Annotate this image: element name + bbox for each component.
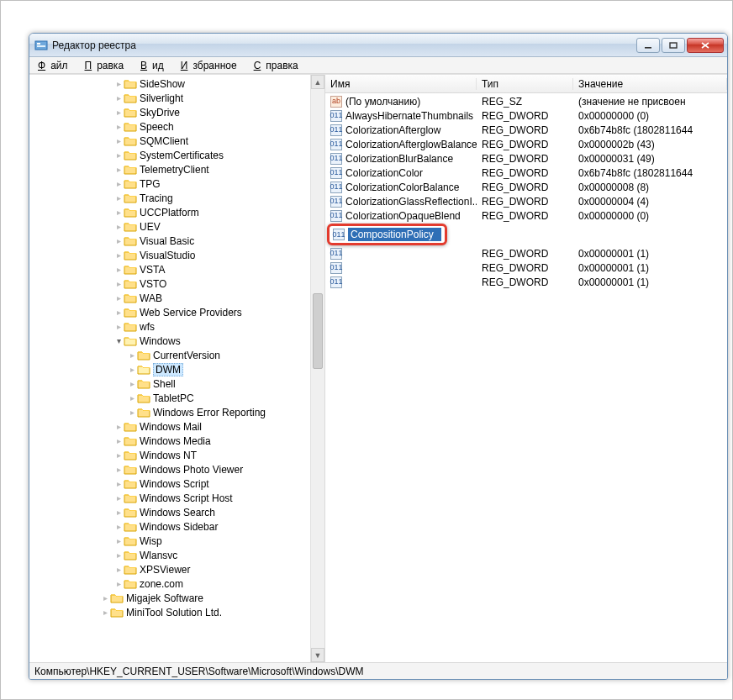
value-row[interactable]: ab(По умолчанию)REG_SZ(значение не присв… <box>325 94 727 108</box>
scroll-up-icon[interactable]: ▲ <box>311 75 324 89</box>
tree-toggle-icon[interactable]: ▸ <box>113 293 124 303</box>
value-row[interactable]: 011REG_DWORD0x00000001 (1) <box>325 246 727 261</box>
col-name[interactable]: Имя <box>325 78 477 90</box>
col-type[interactable]: Тип <box>477 78 573 90</box>
tree-toggle-icon[interactable]: ▸ <box>100 593 110 603</box>
tree-toggle-icon[interactable]: ▸ <box>113 279 124 288</box>
tree-item[interactable]: ▸ CurrentVersion <box>29 348 324 362</box>
tree-item[interactable]: ▸ WAB <box>29 291 324 305</box>
tree-toggle-icon[interactable]: ▸ <box>113 150 124 160</box>
tree-toggle-icon[interactable]: ▸ <box>127 350 137 360</box>
tree-item[interactable]: ▸ TabletPC <box>29 391 324 405</box>
tree-item[interactable]: ▸ XPSViewer <box>29 562 324 576</box>
menu-edit[interactable]: Правка <box>80 59 134 72</box>
menu-file[interactable]: Файл <box>33 59 78 72</box>
tree-item[interactable]: ▸ DWM <box>29 362 324 376</box>
tree-item[interactable]: ▸ Windows Script <box>29 476 324 491</box>
tree-toggle-icon[interactable]: ▸ <box>113 536 124 545</box>
value-row[interactable]: 011ColorizationOpaqueBlendREG_DWORD0x000… <box>325 208 727 223</box>
tree-toggle-icon[interactable]: ▾ <box>113 336 124 345</box>
tree-toggle-icon[interactable]: ▸ <box>113 522 124 531</box>
tree-toggle-icon[interactable]: ▸ <box>113 93 124 103</box>
columns-header[interactable]: Имя Тип Значение <box>325 75 727 93</box>
tree-toggle-icon[interactable]: ▸ <box>100 608 110 617</box>
tree-toggle-icon[interactable]: ▸ <box>113 308 124 317</box>
tree-scrollbar[interactable]: ▲ ▼ <box>310 75 324 662</box>
tree-item[interactable]: ▸ Windows Media <box>29 434 324 448</box>
tree-toggle-icon[interactable]: ▸ <box>113 79 124 88</box>
tree-toggle-icon[interactable]: ▸ <box>113 122 124 131</box>
value-row-editing[interactable]: 011 <box>325 223 727 246</box>
tree-toggle-icon[interactable]: ▸ <box>113 565 124 574</box>
tree-item[interactable]: ▸ SkyDrive <box>29 105 324 119</box>
tree-item[interactable]: ▸ VSTO <box>29 276 324 291</box>
tree-item[interactable]: ▸ SQMClient <box>29 134 324 148</box>
tree-item[interactable]: ▸ Silverlight <box>29 91 324 105</box>
tree-toggle-icon[interactable]: ▸ <box>113 322 124 331</box>
value-row[interactable]: 011ColorizationBlurBalanceREG_DWORD0x000… <box>325 151 727 166</box>
values-list[interactable]: ab(По умолчанию)REG_SZ(значение не присв… <box>325 93 727 662</box>
titlebar[interactable]: Редактор реестра <box>29 34 727 57</box>
tree-item[interactable]: ▸ Visual Basic <box>29 234 324 248</box>
menu-help[interactable]: Справка <box>249 59 308 72</box>
tree-item[interactable]: ▸ wfs <box>29 319 324 334</box>
tree-item[interactable]: ▸ Shell <box>29 376 324 391</box>
tree-toggle-icon[interactable]: ▸ <box>113 250 124 260</box>
tree-item[interactable]: ▸ Windows Sidebar <box>29 519 324 534</box>
menu-favorites[interactable]: Избранное <box>176 59 247 72</box>
value-row[interactable]: 011ColorizationAfterglowREG_DWORD0x6b74b… <box>325 123 727 137</box>
tree-item[interactable]: ▸ Migajek Software <box>29 591 324 605</box>
tree-item[interactable]: ▸ Wlansvc <box>29 548 324 562</box>
tree-item[interactable]: ▸ Tracing <box>29 191 324 205</box>
tree-toggle-icon[interactable]: ▸ <box>113 550 124 560</box>
value-row[interactable]: 011ColorizationGlassReflectionI...REG_DW… <box>325 194 727 208</box>
value-row[interactable]: 011ColorizationAfterglowBalanceREG_DWORD… <box>325 137 727 151</box>
tree-item[interactable]: ▸ UCCPlatform <box>29 205 324 219</box>
tree-toggle-icon[interactable]: ▸ <box>127 408 137 417</box>
minimize-button[interactable] <box>636 38 660 53</box>
tree-toggle-icon[interactable]: ▸ <box>113 108 124 117</box>
tree-toggle-icon[interactable]: ▸ <box>127 379 137 388</box>
tree-toggle-icon[interactable]: ▸ <box>113 422 124 431</box>
tree-pane[interactable]: ▲ ▼ ▸ SideShow▸ Silverlight▸ SkyDrive▸ S… <box>29 75 325 662</box>
tree-item[interactable]: ▸ Windows Script Host <box>29 491 324 505</box>
tree-toggle-icon[interactable]: ▸ <box>113 465 124 474</box>
value-row[interactable]: 011AlwaysHibernateThumbnailsREG_DWORD0x0… <box>325 108 727 123</box>
tree-toggle-icon[interactable]: ▸ <box>113 436 124 445</box>
tree-item[interactable]: ▸ Windows Photo Viewer <box>29 462 324 476</box>
tree-item[interactable]: ▸ UEV <box>29 219 324 234</box>
tree-item[interactable]: ▸ Wisp <box>29 534 324 548</box>
tree-toggle-icon[interactable]: ▸ <box>113 165 124 174</box>
tree-toggle-icon[interactable]: ▸ <box>127 393 137 403</box>
tree-item[interactable]: ▸ TPG <box>29 176 324 191</box>
tree-item[interactable]: ▸ VisualStudio <box>29 248 324 262</box>
tree-item[interactable]: ▸ zone.com <box>29 576 324 591</box>
tree-item[interactable]: ▸ Windows Error Reporting <box>29 405 324 419</box>
tree-toggle-icon[interactable]: ▸ <box>113 450 124 460</box>
tree-toggle-icon[interactable]: ▸ <box>113 208 124 217</box>
value-row[interactable]: 011ColorizationColorBalanceREG_DWORD0x00… <box>325 180 727 194</box>
tree-item[interactable]: ▸ Web Service Providers <box>29 305 324 319</box>
tree-item[interactable]: ▸ SideShow <box>29 76 324 91</box>
tree-toggle-icon[interactable]: ▸ <box>113 222 124 231</box>
value-row[interactable]: 011REG_DWORD0x00000001 (1) <box>325 261 727 275</box>
value-row[interactable]: 011ColorizationColorREG_DWORD0x6b74b8fc … <box>325 166 727 180</box>
menu-view[interactable]: Вид <box>135 59 174 72</box>
tree-toggle-icon[interactable]: ▸ <box>113 493 124 503</box>
tree-toggle-icon[interactable]: ▸ <box>113 179 124 188</box>
tree-item[interactable]: ▸ SystemCertificates <box>29 148 324 162</box>
tree-toggle-icon[interactable]: ▸ <box>127 365 137 374</box>
tree-item[interactable]: ▸ TelemetryClient <box>29 162 324 176</box>
tree-item[interactable]: ▸ Windows NT <box>29 448 324 462</box>
close-button[interactable] <box>687 38 724 53</box>
tree-item[interactable]: ▸ MiniTool Solution Ltd. <box>29 605 324 619</box>
scroll-thumb[interactable] <box>313 293 323 369</box>
tree-item[interactable]: ▸ VSTA <box>29 262 324 276</box>
rename-input[interactable] <box>348 228 441 241</box>
tree-toggle-icon[interactable]: ▸ <box>113 508 124 517</box>
scroll-down-icon[interactable]: ▼ <box>311 648 324 662</box>
tree-item[interactable]: ▸ Windows Search <box>29 505 324 519</box>
tree-item[interactable]: ▸ Windows Mail <box>29 419 324 434</box>
tree-toggle-icon[interactable]: ▸ <box>113 265 124 274</box>
value-row[interactable]: 011REG_DWORD0x00000001 (1) <box>325 275 727 289</box>
